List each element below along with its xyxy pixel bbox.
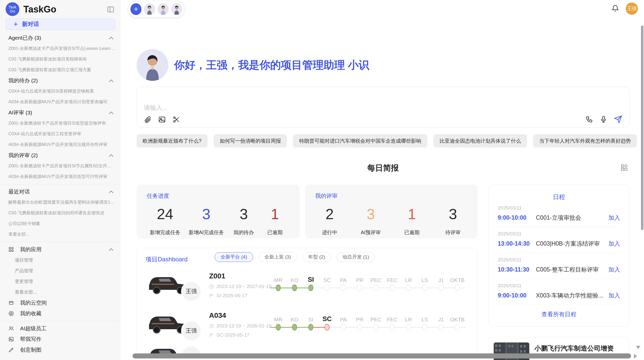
sidebar-item[interactable]: C0X4-动力总成开发项目SI里程碑提交物检查 <box>0 86 120 97</box>
sidebar-item[interactable]: C02-飞腾新能源轻客改款项目里程碑画布 <box>0 54 120 65</box>
dashboard-filter-chip[interactable]: 全新上装 (3) <box>259 252 297 262</box>
chat-composer[interactable]: 请输入... <box>137 87 630 128</box>
apps-view-all[interactable]: 查看全部... <box>0 287 120 297</box>
stat-card-title: 任务进度 <box>147 192 289 200</box>
milestone-dot[interactable] <box>325 284 330 291</box>
sidebar-item[interactable]: A034-全新新能源MUV产品开发项目法规符合性评审 <box>0 139 120 150</box>
taskgo-app: Task Go TaskGo 新对话 Agent已办 (3)Z001-全新燃油皮… <box>0 0 644 360</box>
suggestion-chip[interactable]: 如何写一份清晰的项目周报 <box>214 134 287 147</box>
project-row: 王强Z0012023-12-19 ~ 2027-01-19SI-2025-05-… <box>145 271 472 309</box>
milestone-dot[interactable] <box>422 284 427 291</box>
milestone-dot[interactable] <box>373 284 378 291</box>
layout-grid-icon[interactable] <box>620 163 628 173</box>
recent-chat-item[interactable]: C02-飞腾新能源轻客改款项目的闭环通告反馈情况 <box>0 208 120 218</box>
milestone-dot-cell <box>433 322 449 332</box>
milestone-dot[interactable] <box>308 324 313 331</box>
join-link[interactable]: 加入 <box>608 266 620 274</box>
milestone-dot[interactable] <box>276 284 281 291</box>
milestone-dot[interactable] <box>341 284 346 291</box>
stat-label: 已逾期 <box>400 229 423 236</box>
scroll-right-arrow-icon[interactable] <box>634 354 637 358</box>
new-chat-button[interactable]: 新对话 <box>6 19 115 30</box>
suggestion-chip[interactable]: 比亚迪全固态电池计划具体说了什么 <box>433 134 527 147</box>
milestone-dot-cell <box>417 283 433 293</box>
sidebar-section-header[interactable]: Agent已办 (3) <box>0 33 120 43</box>
suggestion-chip[interactable]: 欧洲新规最近颁布了什么? <box>137 134 208 147</box>
milestone-dot[interactable] <box>422 324 427 331</box>
milestone-dot[interactable] <box>308 284 313 291</box>
milestone-dot[interactable] <box>390 284 395 291</box>
sidebar-item[interactable]: Z001-全新燃油轻卡产品开发项目SI节点属性5D文件评审 <box>0 161 120 171</box>
vertical-scrollbar[interactable] <box>641 25 643 230</box>
app-item[interactable]: 变更管理 <box>0 276 120 287</box>
sidebar-section-header[interactable]: 我的待办 (2) <box>0 75 120 86</box>
milestone-dot[interactable] <box>406 284 411 291</box>
send-icon[interactable] <box>614 115 622 123</box>
schedule-view-all-link[interactable]: 查看所有日程 <box>498 305 620 324</box>
milestone-dot[interactable] <box>455 324 460 331</box>
recent-view-all[interactable]: 查看全部... <box>0 229 120 240</box>
sidebar-item[interactable]: C0X4-动力总成开发项目工程变更评审 <box>0 129 120 139</box>
sidebar-item[interactable]: Z001-全新燃油轻卡产品开发项目SI造型提交物评审 <box>0 118 120 129</box>
recent-chats-header[interactable]: 最近对话 <box>0 186 120 197</box>
scissors-icon[interactable] <box>172 116 180 123</box>
join-link[interactable]: 加入 <box>608 240 620 248</box>
microphone-icon[interactable] <box>600 115 607 123</box>
milestone-dot[interactable] <box>292 324 297 331</box>
project-code: Z001 <box>209 272 271 280</box>
milestone-date-text: SC-2025-05-17 <box>216 332 250 338</box>
suggestion-chip[interactable]: 当下年轻人对汽车外观有怎样的喜好趋势 <box>533 134 637 147</box>
phone-icon[interactable] <box>586 115 593 123</box>
my-cloud-row[interactable]: 我的云空间 <box>0 297 120 308</box>
join-link[interactable]: 加入 <box>608 214 620 222</box>
dashboard-filter-chip[interactable]: 动总开发 (1) <box>337 252 375 262</box>
milestone-dot[interactable] <box>325 324 330 331</box>
suggestion-chip[interactable]: 特朗普可能对进口汽车增税会对中国车企造成哪些影响 <box>293 134 427 147</box>
milestone-dot[interactable] <box>438 284 444 291</box>
app-item[interactable]: 项目管理 <box>0 255 120 265</box>
chevron-up-icon <box>109 111 113 114</box>
milestone-dot[interactable] <box>357 324 362 331</box>
sidebar-section-header[interactable]: 我的评审 (2) <box>0 150 120 161</box>
milestone-label: SI <box>308 317 313 322</box>
composer-right-tools <box>586 115 622 123</box>
attachment-icon[interactable] <box>144 116 152 123</box>
my-apps-row[interactable]: 我的应用 <box>0 244 120 255</box>
milestone-dot[interactable] <box>276 324 281 331</box>
milestone-dot[interactable] <box>438 324 444 331</box>
stat-value: 1 <box>264 205 286 222</box>
milestone-dot[interactable] <box>390 324 395 331</box>
sidebar-item[interactable]: Z001-全新燃油皮卡产品开发项目SI节点Lesson Learn报告 <box>0 43 120 54</box>
scroll-down-arrow-icon[interactable] <box>636 346 640 349</box>
sidebar-item[interactable]: A034-全新新能源MUV产品开发项目造型可行性评审 <box>0 171 120 182</box>
milestone-dot[interactable] <box>373 324 378 331</box>
recent-chat-item[interactable]: 解释最新出台的欧盟报废车法规再生塑料比例被调至15%... <box>0 197 120 208</box>
date-range-text: 2023-12-19 ~ 2027-01-19 <box>216 284 271 289</box>
sidebar-item[interactable]: A034-全新新能源MUV产品开发项目计划变更表编写 <box>0 97 120 107</box>
sidebar-collapse-icon[interactable] <box>107 6 114 14</box>
recent-chat-item[interactable]: 公司Q3轻卡销量 <box>0 218 120 229</box>
milestone-dot[interactable] <box>341 324 346 331</box>
milestone-dot[interactable] <box>406 324 411 331</box>
dashboard-filter-chip[interactable]: 年型 (2) <box>302 252 331 262</box>
app-title: TaskGo <box>23 4 56 15</box>
my-favorites-row[interactable]: 我的收藏 <box>0 308 120 319</box>
project-milestone-date: SI-2025-05-17 <box>209 293 271 298</box>
image-upload-icon[interactable] <box>158 116 166 123</box>
schedule-line: 9:00-10:00X003-车辆动力学性能验...加入 <box>498 292 620 299</box>
cloud-space-icon <box>8 300 14 306</box>
dashboard-filter-chip[interactable]: 全新平台 (4) <box>215 252 253 262</box>
daily-brief-header: 每日简报 <box>137 163 630 174</box>
sidebar-tool-3[interactable]: 创意制图 <box>0 344 120 355</box>
join-link[interactable]: 加入 <box>608 292 620 299</box>
main-content: 你好，王强，我是你的项目管理助理 小识 请输入... <box>137 0 630 360</box>
sidebar-tool-1[interactable]: AI超级员工 <box>0 323 120 334</box>
app-item[interactable]: 产品管理 <box>0 265 120 276</box>
sidebar-item[interactable]: C02-飞腾新能源轻客改款项目立项汇报方案 <box>0 65 120 75</box>
sidebar-tool-2[interactable]: 帮我写作 <box>0 334 120 344</box>
milestone-dot[interactable] <box>292 284 297 291</box>
sidebar-section-header[interactable]: AI评审 (3) <box>0 107 120 118</box>
milestone-dot[interactable] <box>455 284 460 291</box>
horizontal-scrollbar[interactable] <box>133 353 631 358</box>
milestone-dot[interactable] <box>357 284 362 291</box>
